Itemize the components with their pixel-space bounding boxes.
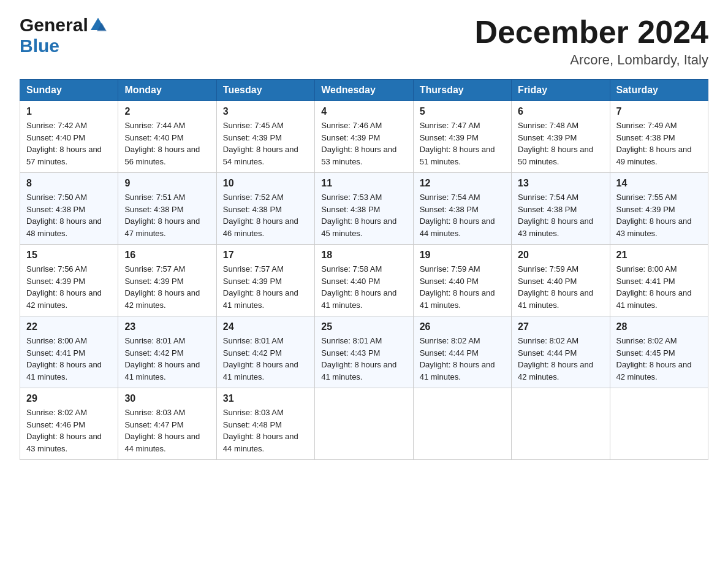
calendar-week-row: 8Sunrise: 7:50 AMSunset: 4:38 PMDaylight… — [20, 173, 708, 245]
header-day-thursday: Thursday — [413, 80, 511, 101]
calendar-cell: 25Sunrise: 8:01 AMSunset: 4:43 PMDayligh… — [315, 316, 413, 388]
header-day-saturday: Saturday — [610, 80, 708, 101]
calendar-cell: 6Sunrise: 7:48 AMSunset: 4:39 PMDaylight… — [512, 101, 610, 173]
day-info: Sunrise: 8:02 AMSunset: 4:44 PMDaylight:… — [420, 335, 505, 383]
calendar-cell: 4Sunrise: 7:46 AMSunset: 4:39 PMDaylight… — [315, 101, 413, 173]
calendar-cell: 21Sunrise: 8:00 AMSunset: 4:41 PMDayligh… — [610, 245, 708, 316]
day-info: Sunrise: 7:57 AMSunset: 4:39 PMDaylight:… — [223, 263, 308, 311]
day-number: 25 — [321, 321, 406, 332]
calendar-week-row: 15Sunrise: 7:56 AMSunset: 4:39 PMDayligh… — [20, 245, 708, 316]
calendar-cell: 22Sunrise: 8:00 AMSunset: 4:41 PMDayligh… — [20, 316, 118, 388]
logo-general-text: General — [20, 15, 88, 36]
calendar-cell: 1Sunrise: 7:42 AMSunset: 4:40 PMDaylight… — [20, 101, 118, 173]
header-day-wednesday: Wednesday — [315, 80, 413, 101]
day-info: Sunrise: 7:53 AMSunset: 4:38 PMDaylight:… — [321, 191, 406, 239]
calendar-cell: 9Sunrise: 7:51 AMSunset: 4:38 PMDaylight… — [118, 173, 216, 245]
day-number: 10 — [223, 178, 308, 189]
calendar-cell: 23Sunrise: 8:01 AMSunset: 4:42 PMDayligh… — [118, 316, 216, 388]
day-number: 24 — [223, 321, 308, 332]
day-number: 23 — [124, 321, 210, 332]
day-number: 21 — [616, 250, 702, 261]
day-info: Sunrise: 7:56 AMSunset: 4:39 PMDaylight:… — [26, 263, 112, 311]
day-number: 9 — [124, 178, 210, 189]
calendar-cell: 11Sunrise: 7:53 AMSunset: 4:38 PMDayligh… — [315, 173, 413, 245]
calendar-cell: 3Sunrise: 7:45 AMSunset: 4:39 PMDaylight… — [216, 101, 314, 173]
day-number: 7 — [616, 106, 702, 117]
day-info: Sunrise: 7:42 AMSunset: 4:40 PMDaylight:… — [26, 120, 112, 167]
calendar-cell: 13Sunrise: 7:54 AMSunset: 4:38 PMDayligh… — [512, 173, 610, 245]
day-info: Sunrise: 8:03 AMSunset: 4:47 PMDaylight:… — [124, 407, 210, 454]
day-info: Sunrise: 7:46 AMSunset: 4:39 PMDaylight:… — [321, 120, 406, 167]
day-info: Sunrise: 8:01 AMSunset: 4:42 PMDaylight:… — [124, 335, 210, 383]
calendar-cell: 17Sunrise: 7:57 AMSunset: 4:39 PMDayligh… — [216, 245, 314, 316]
location-title: Arcore, Lombardy, Italy — [474, 52, 708, 68]
page-header: General Blue December 2024 Arcore, Lomba… — [20, 15, 708, 68]
calendar-cell: 15Sunrise: 7:56 AMSunset: 4:39 PMDayligh… — [20, 245, 118, 316]
day-number: 22 — [26, 321, 112, 332]
header-day-friday: Friday — [512, 80, 610, 101]
day-info: Sunrise: 8:02 AMSunset: 4:44 PMDaylight:… — [518, 335, 603, 383]
day-number: 30 — [124, 393, 210, 404]
day-info: Sunrise: 7:45 AMSunset: 4:39 PMDaylight:… — [223, 120, 308, 167]
calendar-cell: 27Sunrise: 8:02 AMSunset: 4:44 PMDayligh… — [512, 316, 610, 388]
day-number: 14 — [616, 178, 702, 189]
day-info: Sunrise: 7:59 AMSunset: 4:40 PMDaylight:… — [420, 263, 505, 311]
day-info: Sunrise: 7:59 AMSunset: 4:40 PMDaylight:… — [518, 263, 603, 311]
day-number: 1 — [26, 106, 112, 117]
day-number: 8 — [26, 178, 112, 189]
calendar-cell: 20Sunrise: 7:59 AMSunset: 4:40 PMDayligh… — [512, 245, 610, 316]
day-number: 26 — [420, 321, 505, 332]
day-number: 19 — [420, 250, 505, 261]
calendar-table: SundayMondayTuesdayWednesdayThursdayFrid… — [20, 79, 708, 460]
day-info: Sunrise: 7:58 AMSunset: 4:40 PMDaylight:… — [321, 263, 406, 311]
day-number: 29 — [26, 393, 112, 404]
day-info: Sunrise: 7:47 AMSunset: 4:39 PMDaylight:… — [420, 120, 505, 167]
day-number: 28 — [616, 321, 702, 332]
day-info: Sunrise: 8:00 AMSunset: 4:41 PMDaylight:… — [26, 335, 112, 383]
title-area: December 2024 Arcore, Lombardy, Italy — [474, 15, 708, 68]
day-info: Sunrise: 7:44 AMSunset: 4:40 PMDaylight:… — [124, 120, 210, 167]
calendar-cell: 24Sunrise: 8:01 AMSunset: 4:42 PMDayligh… — [216, 316, 314, 388]
logo-icon — [89, 17, 107, 34]
calendar-cell: 28Sunrise: 8:02 AMSunset: 4:45 PMDayligh… — [610, 316, 708, 388]
calendar-cell: 5Sunrise: 7:47 AMSunset: 4:39 PMDaylight… — [413, 101, 511, 173]
header-day-monday: Monday — [118, 80, 216, 101]
day-number: 16 — [124, 250, 210, 261]
calendar-cell: 10Sunrise: 7:52 AMSunset: 4:38 PMDayligh… — [216, 173, 314, 245]
calendar-cell — [610, 388, 708, 460]
day-info: Sunrise: 8:01 AMSunset: 4:42 PMDaylight:… — [223, 335, 308, 383]
day-info: Sunrise: 8:02 AMSunset: 4:46 PMDaylight:… — [26, 407, 112, 454]
month-title: December 2024 — [474, 15, 708, 50]
calendar-header-row: SundayMondayTuesdayWednesdayThursdayFrid… — [20, 80, 708, 101]
calendar-cell: 16Sunrise: 7:57 AMSunset: 4:39 PMDayligh… — [118, 245, 216, 316]
day-info: Sunrise: 7:50 AMSunset: 4:38 PMDaylight:… — [26, 191, 112, 239]
calendar-cell: 31Sunrise: 8:03 AMSunset: 4:48 PMDayligh… — [216, 388, 314, 460]
calendar-cell: 18Sunrise: 7:58 AMSunset: 4:40 PMDayligh… — [315, 245, 413, 316]
day-info: Sunrise: 7:48 AMSunset: 4:39 PMDaylight:… — [518, 120, 603, 167]
day-info: Sunrise: 8:00 AMSunset: 4:41 PMDaylight:… — [616, 263, 702, 311]
day-info: Sunrise: 7:54 AMSunset: 4:38 PMDaylight:… — [420, 191, 505, 239]
day-number: 6 — [518, 106, 603, 117]
header-day-tuesday: Tuesday — [216, 80, 314, 101]
calendar-cell: 8Sunrise: 7:50 AMSunset: 4:38 PMDaylight… — [20, 173, 118, 245]
day-info: Sunrise: 7:51 AMSunset: 4:38 PMDaylight:… — [124, 191, 210, 239]
calendar-cell — [512, 388, 610, 460]
day-info: Sunrise: 8:03 AMSunset: 4:48 PMDaylight:… — [223, 407, 308, 454]
day-number: 2 — [124, 106, 210, 117]
calendar-cell: 30Sunrise: 8:03 AMSunset: 4:47 PMDayligh… — [118, 388, 216, 460]
calendar-cell — [413, 388, 511, 460]
day-number: 15 — [26, 250, 112, 261]
header-day-sunday: Sunday — [20, 80, 118, 101]
day-number: 5 — [420, 106, 505, 117]
day-info: Sunrise: 8:02 AMSunset: 4:45 PMDaylight:… — [616, 335, 702, 383]
calendar-cell: 14Sunrise: 7:55 AMSunset: 4:39 PMDayligh… — [610, 173, 708, 245]
calendar-week-row: 1Sunrise: 7:42 AMSunset: 4:40 PMDaylight… — [20, 101, 708, 173]
calendar-cell: 19Sunrise: 7:59 AMSunset: 4:40 PMDayligh… — [413, 245, 511, 316]
day-number: 31 — [223, 393, 308, 404]
day-number: 27 — [518, 321, 603, 332]
day-number: 11 — [321, 178, 406, 189]
day-number: 12 — [420, 178, 505, 189]
day-info: Sunrise: 7:49 AMSunset: 4:38 PMDaylight:… — [616, 120, 702, 167]
day-number: 3 — [223, 106, 308, 117]
calendar-cell: 12Sunrise: 7:54 AMSunset: 4:38 PMDayligh… — [413, 173, 511, 245]
